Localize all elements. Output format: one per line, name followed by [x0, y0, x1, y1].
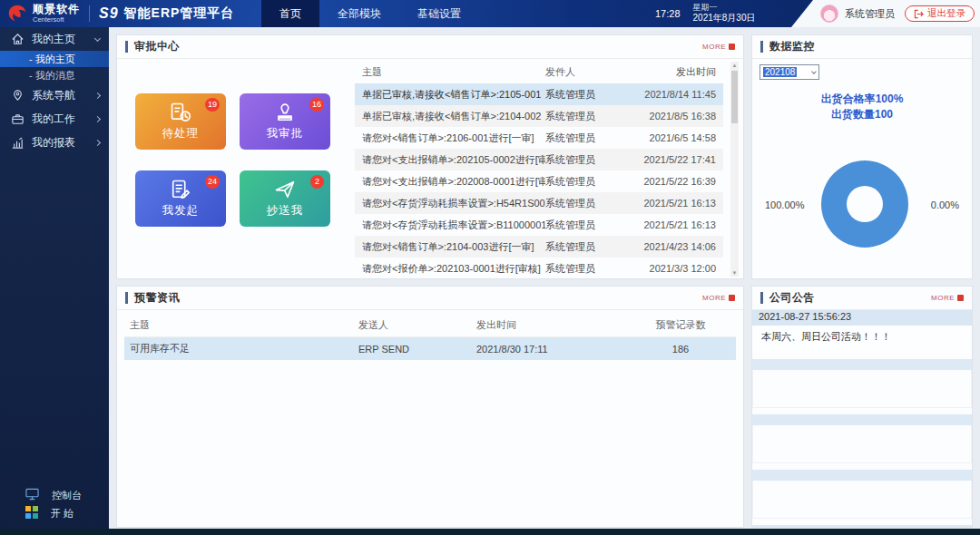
logout-icon	[914, 9, 924, 19]
more-icon	[729, 44, 735, 50]
sidebar-bottom: 控制台 开 始	[0, 486, 109, 522]
announcement-content[interactable]: 本周六、周日公司活动！！！	[752, 326, 972, 353]
badge-count: 19	[205, 98, 220, 112]
cell-subject: 请您对<支出报销单>:202105-0002进行[审核]	[362, 153, 545, 167]
console-button[interactable]: 控制台	[0, 486, 109, 504]
badge-count: 16	[309, 98, 324, 112]
period-select[interactable]: 202108	[760, 64, 819, 80]
col-sent-time: 发出时间	[625, 65, 716, 79]
tile-initiated-by-me[interactable]: 我发起 24	[135, 170, 226, 227]
sidebar-item-my-work[interactable]: 我的工作	[0, 107, 109, 131]
panel-header: 公司公告 MORE	[752, 287, 972, 310]
panel-title: 数据监控	[769, 39, 815, 54]
table-row[interactable]: 单据已审核,请接收<销售订单>:2105-001 系统管理员 2021/8/14…	[355, 83, 723, 105]
announcement-timestamp: 2021-08-27 15:56:23	[752, 310, 972, 326]
tile-cc-to-me[interactable]: 抄送我 2	[240, 170, 330, 227]
start-squares-icon	[25, 506, 38, 520]
donut-label-left: 100.00%	[765, 199, 804, 210]
cell-subject: 请您对<销售订单>:2106-001进行[一审]	[362, 131, 545, 145]
cell-sender: 系统管理员	[545, 240, 625, 254]
table-row[interactable]: 请您对<支出报销单>:202105-0002进行[审核] 系统管理员 2021/…	[355, 149, 723, 170]
logout-button[interactable]: 退出登录	[905, 5, 975, 22]
start-button[interactable]: 开 始	[0, 504, 109, 522]
tab-basic-settings[interactable]: 基础设置	[399, 0, 479, 27]
cell-time: 2021/8/30 17:11	[476, 344, 631, 355]
table-row[interactable]: 请您对<存货浮动耗损率设置>:H54R1S006002进行[审核] 系统管理员 …	[355, 192, 723, 214]
announcement-empty-slot	[752, 481, 972, 519]
centersoft-logo-icon	[7, 4, 27, 24]
sidebar-item-label: 我的报表	[32, 135, 95, 151]
sidebar-item-my-home[interactable]: 我的主页	[0, 27, 109, 51]
title-marker	[760, 292, 763, 304]
map-pin-icon	[11, 89, 24, 102]
logout-label: 退出登录	[927, 7, 965, 20]
cell-sender: 系统管理员	[545, 88, 625, 102]
more-link[interactable]: MORE	[931, 294, 964, 302]
panel-header: 预警资讯 MORE	[117, 287, 743, 310]
chevron-right-icon	[94, 92, 101, 98]
more-link[interactable]: MORE	[702, 294, 735, 302]
paper-plane-icon	[273, 179, 297, 200]
cell-time: 2021/8/14 11:45	[625, 89, 716, 100]
cell-subject: 可用库存不足	[130, 342, 358, 355]
scrollbar-thumb[interactable]	[731, 71, 738, 123]
cell-subject: 请您对<存货浮动耗损率设置>:H54R1S006002进行[审核]	[362, 197, 545, 210]
col-sent-time: 发出时间	[476, 318, 631, 332]
brand-text: 顺景软件 Centersoft	[33, 4, 80, 24]
table-scrollbar[interactable]: ▲ ▼	[730, 62, 739, 277]
cell-subject: 单据已审核,请接收<销售订单>:2105-001	[362, 88, 545, 102]
announcements-panel: 公司公告 MORE 2021-08-27 15:56:23 本周六、周日公司活动…	[751, 286, 973, 528]
date-block: 星期一 2021年8月30日	[693, 3, 756, 24]
user-avatar[interactable]	[820, 5, 838, 23]
tile-pending[interactable]: 待处理 19	[135, 93, 226, 150]
console-monitor-icon	[25, 488, 39, 502]
tile-my-approvals[interactable]: 我审批 16	[240, 93, 330, 150]
announcements-body: 2021-08-27 15:56:23 本周六、周日公司活动！！！	[752, 310, 972, 527]
alerts-table: 主题 发送人 发出时间 预警记录数 可用库存不足 ERP SEND 2021/8…	[124, 313, 736, 360]
sidebar-subitem-my-messages[interactable]: 我的消息	[0, 67, 109, 83]
table-header-row: 主题 发件人 发出时间	[355, 61, 723, 83]
table-row[interactable]: 请您对<销售订单>:2104-003进行[一审] 系统管理员 2021/4/23…	[355, 236, 723, 258]
erp-dashboard: 顺景软件 Centersoft S9 智能ERP管理平台 首页 全部模块 基础设…	[0, 0, 980, 535]
col-subject: 主题	[130, 318, 358, 332]
doc-clock-icon	[169, 102, 192, 123]
table-row[interactable]: 可用库存不足 ERP SEND 2021/8/30 17:11 186	[124, 337, 736, 360]
doc-edit-icon	[169, 179, 192, 200]
announcement-empty-slot	[752, 425, 972, 463]
tab-all-modules[interactable]: 全部模块	[319, 0, 399, 27]
briefcase-icon	[11, 112, 24, 126]
cell-time: 2021/8/5 16:38	[625, 111, 716, 122]
username-text: 系统管理员	[845, 7, 895, 21]
cell-time: 2021/5/21 16:13	[625, 198, 716, 209]
cell-subject: 单据已审核,请接收<销售订单>:2104-002	[362, 110, 545, 123]
period-select-value: 202108	[763, 67, 797, 77]
bottom-taskbar	[0, 529, 980, 535]
table-row[interactable]: 请您对<报价单>:202103-0001进行[审核] 系统管理员 2021/3/…	[355, 258, 723, 279]
sidebar-item-label: 我的工作	[32, 112, 95, 127]
more-label: MORE	[702, 294, 726, 302]
approval-body: 待处理 19 我审批 16 我发起 24	[117, 59, 743, 278]
tab-home[interactable]: 首页	[261, 0, 319, 27]
scroll-down-icon[interactable]: ▼	[730, 269, 739, 277]
col-subject: 主题	[362, 65, 545, 79]
scroll-up-icon[interactable]: ▲	[730, 62, 739, 69]
console-label: 控制台	[52, 489, 82, 502]
announcement-empty-slot	[752, 470, 972, 481]
more-link[interactable]: MORE	[702, 43, 735, 51]
alerts-panel: 预警资讯 MORE 主题 发送人 发出时间 预警记录数 可用库存不足 ERP S…	[116, 286, 744, 528]
title-marker	[125, 41, 128, 53]
table-row[interactable]: 请您对<销售订单>:2106-001进行[一审] 系统管理员 2021/6/5 …	[355, 127, 723, 149]
table-row[interactable]: 单据已审核,请接收<销售订单>:2104-002 系统管理员 2021/8/5 …	[355, 105, 723, 127]
col-alert-count: 预警记录数	[631, 318, 730, 332]
sidebar-subitem-my-home[interactable]: 我的主页	[0, 51, 109, 67]
sidebar-item-my-reports[interactable]: 我的报表	[0, 131, 109, 154]
more-icon	[957, 295, 964, 301]
product-badge: S9	[99, 5, 119, 22]
announcement-empty-slot	[752, 414, 972, 425]
sidebar-item-system-nav[interactable]: 系统导航	[0, 83, 109, 107]
table-row[interactable]: 请您对<存货浮动耗损率设置>:B11000001进行[审核] 系统管理员 202…	[355, 214, 723, 236]
cell-subject: 请您对<报价单>:202103-0001进行[审核]	[362, 262, 545, 276]
panel-header: 审批中心 MORE	[117, 35, 743, 59]
table-row[interactable]: 请您对<支出报销单>:202008-0001进行[审核] 系统管理员 2021/…	[355, 170, 723, 192]
col-sender: 发件人	[545, 65, 625, 79]
